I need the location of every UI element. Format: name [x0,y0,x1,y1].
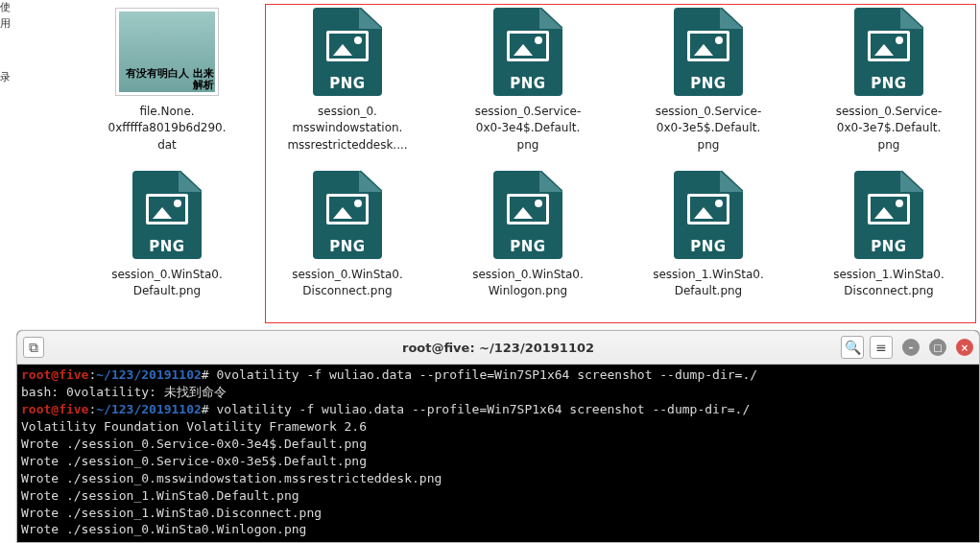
file-name-label: session_0.Service- 0x0-3e7$.Default. png [836,104,943,153]
file-manager-view: 使用 录 有没有明白人 出来解析file.None. 0xfffffa8019b… [0,0,980,327]
file-item[interactable]: 有没有明白人 出来解析file.None. 0xfffffa8019b6d290… [77,0,257,163]
png-badge: PNG [313,238,382,255]
thumb-overlay-text: 有没有明白人 出来解析 [119,67,215,92]
menu-button[interactable]: ≡ [870,336,893,359]
titlebar-controls: 🔍 ≡ – □ × [841,336,979,359]
file-name-label: session_0. msswindowstation. mssrestrict… [287,104,407,153]
file-name-label: session_0.WinSta0. Default.png [111,267,223,300]
png-badge: PNG [674,75,743,92]
file-item[interactable]: PNGsession_1.WinSta0. Default.png [618,163,799,326]
file-name-label: session_1.WinSta0. Disconnect.png [833,267,944,300]
png-badge: PNG [132,238,202,255]
png-file-icon: PNG [313,171,382,259]
file-item[interactable]: PNGsession_0. msswindowstation. mssrestr… [257,0,438,163]
file-item[interactable]: PNGsession_0.Service- 0x0-3e4$.Default. … [438,0,618,163]
file-item[interactable]: PNGsession_0.Service- 0x0-3e5$.Default. … [618,0,799,163]
file-name-label: file.None. 0xfffffa8019b6d290. dat [108,104,227,153]
png-file-icon: PNG [132,171,202,259]
new-tab-button[interactable]: ⧉ [23,337,44,358]
file-name-label: session_1.WinSta0. Default.png [653,267,764,300]
terminal-window: ⧉ root@five: ~/123/20191102 🔍 ≡ – □ × ro… [16,330,980,543]
maximize-button[interactable]: □ [929,339,946,356]
sidebar-label: 使用 [0,0,12,32]
close-button[interactable]: × [956,339,973,356]
file-item[interactable]: PNGsession_0.WinSta0. Disconnect.png [257,163,438,326]
png-file-icon: PNG [493,171,562,259]
search-button[interactable]: 🔍 [841,336,864,359]
file-name-label: session_0.WinSta0. Winlogon.png [472,267,584,300]
png-badge: PNG [854,75,923,92]
file-item[interactable]: PNGsession_1.WinSta0. Disconnect.png [799,163,979,326]
terminal-icon: ⧉ [29,340,38,356]
file-item[interactable]: PNGsession_0.Service- 0x0-3e7$.Default. … [799,0,979,163]
png-badge: PNG [854,238,923,255]
file-name-label: session_0.Service- 0x0-3e4$.Default. png [475,104,582,153]
png-file-icon: PNG [674,171,743,259]
window-title: root@five: ~/123/20191102 [17,341,979,355]
png-badge: PNG [313,75,382,92]
file-name-label: session_0.Service- 0x0-3e5$.Default. png [656,104,762,153]
png-badge: PNG [493,238,562,255]
file-item[interactable]: PNGsession_0.WinSta0. Default.png [77,163,257,326]
file-name-label: session_0.WinSta0. Disconnect.png [292,267,403,300]
titlebar[interactable]: ⧉ root@five: ~/123/20191102 🔍 ≡ – □ × [17,331,979,365]
terminal-body[interactable]: root@five:~/123/20191102# 0volatility -f… [17,365,979,542]
file-grid: 有没有明白人 出来解析file.None. 0xfffffa8019b6d290… [77,0,979,327]
png-file-icon: PNG [854,8,923,96]
png-file-icon: PNG [854,171,923,259]
image-thumbnail: 有没有明白人 出来解析 [115,8,219,96]
png-badge: PNG [674,238,743,255]
file-item[interactable]: PNGsession_0.WinSta0. Winlogon.png [438,163,618,326]
sidebar-partial: 使用 录 [0,0,12,144]
png-badge: PNG [493,75,562,92]
png-file-icon: PNG [493,8,562,96]
sidebar-label: 录 [0,70,12,86]
png-file-icon: PNG [313,8,382,96]
minimize-button[interactable]: – [902,339,920,356]
png-file-icon: PNG [674,8,743,96]
